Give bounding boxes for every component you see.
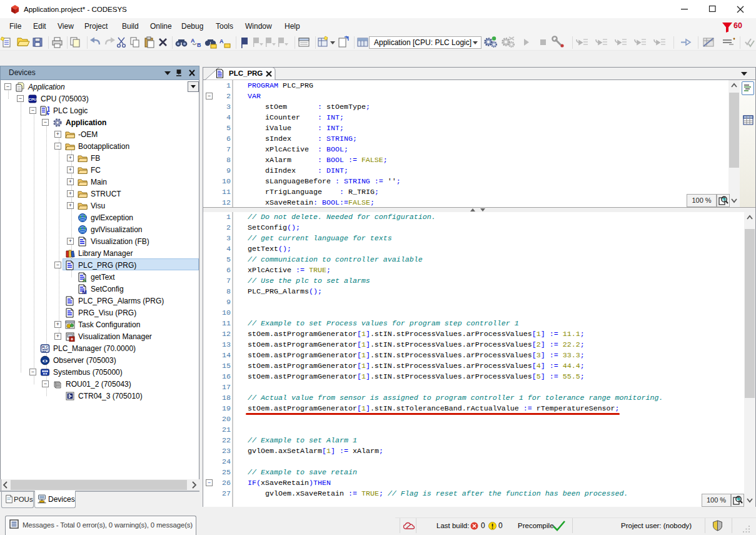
svg-text:A: A: [219, 38, 224, 44]
svg-text:A: A: [191, 38, 195, 44]
svg-text:B: B: [197, 42, 201, 48]
